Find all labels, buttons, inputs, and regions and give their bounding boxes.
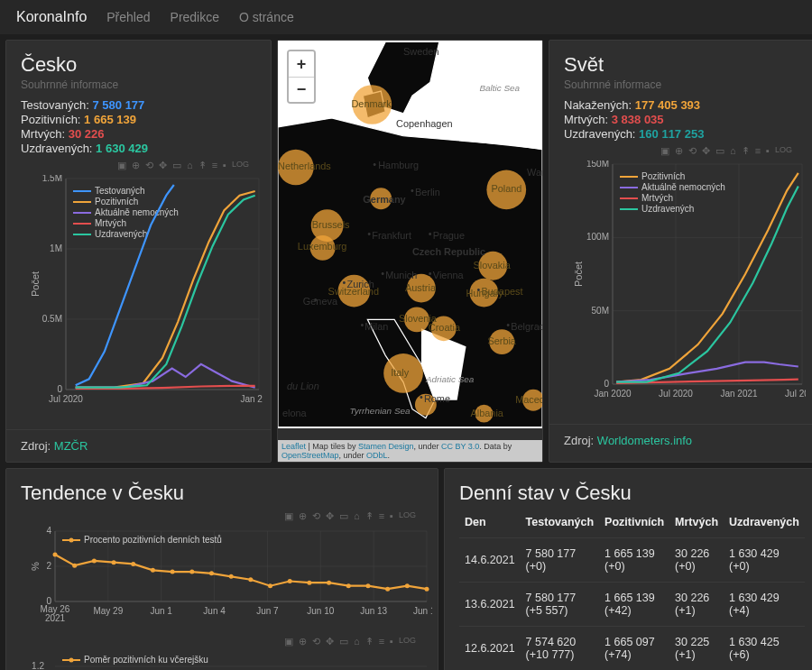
svg-text:Luxemburg: Luxemburg [298, 241, 347, 252]
pan-icon[interactable]: ✥ [326, 636, 334, 647]
spike-icon[interactable]: ↟ [198, 160, 207, 171]
svg-text:Jan 2021: Jan 2021 [720, 389, 758, 399]
nav-ostrance[interactable]: O stránce [239, 10, 294, 24]
svet-source-link[interactable]: Worldometers.info [597, 434, 692, 447]
svg-text:•: • [367, 228, 371, 239]
svg-point-163 [346, 583, 351, 588]
svg-point-161 [307, 581, 311, 585]
reset-icon[interactable]: ⟲ [312, 636, 320, 647]
svg-text:Milan: Milan [364, 321, 388, 332]
svg-text:•: • [429, 268, 432, 279]
camera-icon[interactable]: ▣ [117, 160, 126, 171]
svg-text:Jun 13: Jun 13 [360, 606, 387, 616]
svg-text:4: 4 [46, 526, 51, 536]
svg-text:%: % [30, 562, 41, 571]
svg-text:Slovakia: Slovakia [474, 260, 512, 271]
compare-icon[interactable]: ≡ [379, 510, 384, 522]
svg-text:Mrtvých: Mrtvých [641, 193, 673, 203]
compare-icon[interactable]: ≡ [755, 145, 761, 157]
spike-icon[interactable]: ↟ [365, 636, 374, 647]
zoom-icon[interactable]: ⊕ [299, 636, 307, 647]
toggle-icon[interactable]: ▪ [390, 636, 393, 647]
home-icon[interactable]: ⌂ [354, 636, 360, 647]
home-icon[interactable]: ⌂ [730, 145, 736, 157]
reset-icon[interactable]: ⟲ [312, 510, 320, 522]
brand[interactable]: KoronaInfo [16, 9, 87, 25]
home-icon[interactable]: ⌂ [187, 160, 193, 171]
zoom-icon[interactable]: ⊕ [132, 160, 140, 171]
svg-point-157 [229, 574, 234, 579]
table-cell: 1 630 425 (+6) [724, 627, 805, 671]
nav-predikce[interactable]: Predikce [171, 10, 219, 24]
log-toggle[interactable]: LOG [232, 160, 249, 171]
spike-icon[interactable]: ↟ [365, 510, 374, 522]
svg-text:•: • [381, 268, 384, 279]
cesko-subtitle: Souhrnné informace [21, 78, 256, 91]
compare-icon[interactable]: ≡ [379, 636, 384, 647]
log-toggle[interactable]: LOG [775, 145, 792, 157]
pan-icon[interactable]: ✥ [159, 160, 167, 171]
tendence-chart[interactable]: 024May 262021May 29Jun 1Jun 4Jun 7Jun 10… [21, 522, 423, 632]
table-cell: 13.6.2021 [459, 583, 521, 627]
svet-chart[interactable]: 050M100M150MJan 2020Jul 2020Jan 2021Jul … [564, 157, 799, 411]
box-icon[interactable]: ▭ [172, 160, 181, 171]
reset-icon[interactable]: ⟲ [145, 160, 153, 171]
nav-prehled[interactable]: Přehled [106, 10, 150, 24]
map-canvas[interactable]: Sweden Baltic Sea Denmark Copenhagen Net… [278, 41, 542, 428]
svg-text:•: • [411, 185, 414, 196]
box-icon[interactable]: ▭ [715, 145, 724, 157]
box-icon[interactable]: ▭ [339, 510, 348, 522]
toggle-icon[interactable]: ▪ [223, 160, 226, 171]
svg-text:Pozitivních: Pozitivních [641, 171, 685, 181]
zoom-icon[interactable]: ⊕ [675, 145, 683, 157]
svg-text:Jun 4: Jun 4 [203, 606, 226, 616]
svg-text:•: • [429, 228, 432, 239]
svg-text:Albania: Albania [471, 408, 504, 418]
map-zoom-in[interactable]: + [289, 51, 314, 77]
table-cell: 30 226 (+1) [669, 583, 724, 627]
pan-icon[interactable]: ✥ [702, 145, 710, 157]
toggle-icon[interactable]: ▪ [390, 510, 393, 522]
cesko-source: Zdroj: MZČR [6, 429, 271, 462]
osm-link[interactable]: OpenStreetMap [281, 451, 339, 460]
svg-text:Jun 10: Jun 10 [307, 606, 334, 616]
card-map[interactable]: + − [277, 40, 543, 463]
svg-text:Sweden: Sweden [403, 46, 438, 57]
svet-chart-toolbox: ▣ ⊕ ⟲ ✥ ▭ ⌂ ↟ ≡ ▪ LOG [564, 142, 799, 157]
svg-text:Poland: Poland [491, 183, 521, 194]
svg-text:2021: 2021 [45, 613, 66, 623]
svg-text:Baltic Sea: Baltic Sea [479, 83, 520, 93]
cesko-source-link[interactable]: MZČR [54, 439, 88, 453]
svg-text:•: • [373, 159, 376, 170]
svg-text:Berlin: Berlin [415, 187, 440, 197]
svg-point-151 [112, 560, 116, 564]
table-cell: 1 665 139 (+0) [599, 538, 669, 583]
camera-icon[interactable]: ▣ [284, 510, 293, 522]
log-toggle[interactable]: LOG [399, 510, 416, 522]
compare-icon[interactable]: ≡ [212, 160, 217, 171]
leaflet-link[interactable]: Leaflet [281, 442, 306, 451]
box-icon[interactable]: ▭ [339, 636, 348, 647]
camera-icon[interactable]: ▣ [284, 636, 293, 647]
spike-icon[interactable]: ↟ [742, 145, 750, 157]
camera-icon[interactable]: ▣ [660, 145, 669, 157]
cc-link[interactable]: CC BY 3.0 [441, 442, 479, 451]
map-zoom-out[interactable]: − [289, 77, 314, 102]
toggle-icon[interactable]: ▪ [766, 145, 770, 157]
svg-text:Belgrad: Belgrad [511, 321, 542, 332]
zoom-icon[interactable]: ⊕ [299, 510, 307, 522]
svg-text:•: • [360, 319, 364, 330]
reset-icon[interactable]: ⟲ [688, 145, 697, 157]
pan-icon[interactable]: ✥ [326, 510, 334, 522]
svg-text:Jun 1: Jun 1 [150, 606, 172, 616]
table-header-cell: Den [459, 507, 521, 538]
log-toggle[interactable]: LOG [399, 636, 416, 647]
svg-text:1.2: 1.2 [32, 661, 44, 670]
cesko-chart[interactable]: 00.5M1M1.5MJul 2020Jan 2021PočetTestovan… [21, 171, 256, 417]
home-icon[interactable]: ⌂ [354, 510, 360, 522]
stamen-link[interactable]: Stamen Design [358, 442, 414, 451]
svg-text:Italy: Italy [391, 367, 410, 378]
tendence-chart2[interactable]: 1.2Poměr pozitivních ku včerejšku [21, 647, 423, 670]
odbl-link[interactable]: ODbL [366, 451, 388, 460]
svet-source: Zdroj: Worldometers.info [549, 424, 812, 456]
